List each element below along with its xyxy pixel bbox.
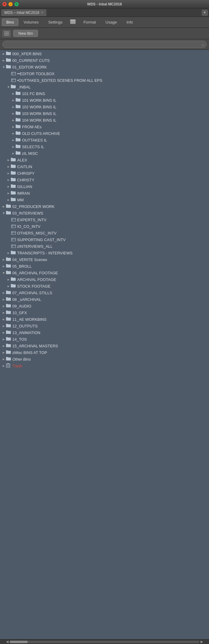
tab-usage[interactable]: Usage [101, 18, 121, 26]
tree-item-outtakes_edited[interactable]: •OUTTAKES_EDITED SCENES FROM ALL EPS [0, 77, 209, 84]
tree-item-09_audio[interactable]: ▶09_AUDIO [0, 303, 209, 309]
tree-item-101_work[interactable]: ▶101 WORK BINS IL [0, 97, 209, 104]
folder-icon [6, 350, 11, 355]
tree-item-103_work[interactable]: ▶103 WORK BINS IL [0, 110, 209, 117]
tree-item-02_producer[interactable]: ▶02_PRODUCER WORK [0, 203, 209, 210]
folder-icon [16, 98, 21, 103]
tab-icon[interactable] [67, 18, 78, 26]
tree-container[interactable]: ▶000_XFER BINS▶00_CURRENT CUTS▶01_EDITOR… [0, 50, 209, 639]
tree-item-label: STOCK FOOTAGE [17, 284, 51, 289]
minimize-button[interactable]: − [8, 2, 13, 6]
folder-icon [16, 104, 21, 109]
scroll-left-arrow[interactable]: ◀ [5, 640, 10, 644]
folder-icon [6, 310, 11, 315]
tree-item-christy[interactable]: ▶CHRISTY [0, 177, 209, 183]
doc-tab[interactable]: WDS – Inbal MC2018 ✕ [1, 9, 46, 16]
scroll-right-arrow[interactable]: ▶ [199, 640, 204, 644]
tree-item-gillian[interactable]: ▶GILLIAN [0, 183, 209, 190]
chevron-icon: ▶ [1, 331, 6, 334]
tree-item-14_tos[interactable]: ▶14_TOS [0, 336, 209, 343]
chevron-icon: ▶ [11, 99, 16, 102]
collapse-button[interactable] [2, 30, 11, 37]
tree-item-mm[interactable]: ▶MM [0, 196, 209, 203]
tree-item-selects_il[interactable]: ▶SELECTS IL [0, 143, 209, 150]
tree-item-07_stills[interactable]: ▶07_ARCHIVAL STILLS [0, 289, 209, 296]
chevron-icon: ▶ [6, 159, 11, 161]
tree-item-label: 14_TOS [12, 337, 27, 342]
tree-item-editor_toolbox[interactable]: ••EDITOR TOOLBOX [0, 70, 209, 77]
tab-settings[interactable]: Settings [44, 18, 67, 26]
tree-item-000_XFER[interactable]: ▶000_XFER BINS [0, 50, 209, 57]
close-button[interactable]: ✕ [2, 2, 7, 6]
tree-item-old_cuts[interactable]: ▶OLD CUTS ARCHIVE [0, 130, 209, 137]
tree-item-10_gfx[interactable]: ▶10_GFX [0, 309, 209, 316]
search-input[interactable] [2, 41, 207, 48]
tree-item-13_animation[interactable]: ▶13_ANIMATION [0, 329, 209, 336]
tree-item-08_sarchival[interactable]: ▶08 _sARCHIVAL [0, 296, 209, 303]
tree-item-05_broll[interactable]: ▶05_BROLL [0, 263, 209, 269]
tree-item-alex[interactable]: ▶ALEX [0, 157, 209, 163]
tree-item-outtakes_il[interactable]: ▶OUTTAKES IL [0, 137, 209, 143]
tree-item-_inbal[interactable]: ▶_INBAL [0, 84, 209, 90]
tree-item-zil_misc[interactable]: ▶zIL MISC [0, 150, 209, 157]
tree-item-others_misc[interactable]: OTHERS_MISC_INTV [0, 230, 209, 236]
tree-item-101_fc[interactable]: ▶101 FC BINS [0, 90, 209, 97]
tree-item-11_ae[interactable]: ▶11_AE WORKBINS [0, 316, 209, 323]
tree-item-15_archival_masters[interactable]: ▶15_ARCHIVAL MASTERS [0, 343, 209, 349]
tree-item-label: 04_VERITE Scenes [12, 257, 47, 262]
tree-item-zinterviews[interactable]: zINTERVIEWS_ALL [0, 243, 209, 250]
folder-icon [6, 257, 11, 262]
tree-item-from_aes[interactable]: ▶FROM AEs [0, 123, 209, 130]
folder-icon [16, 138, 21, 142]
tree-item-104_work[interactable]: ▶104 WORK BINS IL [0, 117, 209, 123]
folder-icon [16, 144, 21, 149]
tree-item-other_bins[interactable]: ▶Other Bins [0, 356, 209, 362]
tab-bins[interactable]: Bins [2, 18, 18, 26]
tree-item-chrispy[interactable]: ▶CHRISPY [0, 170, 209, 177]
chevron-icon: ▶ [11, 106, 16, 108]
chevron-icon: ▶ [11, 132, 16, 135]
tree-item-experts_intv[interactable]: EXPERTS_INTV [0, 216, 209, 223]
tree-item-label: _INBAL [17, 85, 31, 89]
tab-info[interactable]: Info [122, 18, 138, 26]
scrollbar-thumb[interactable] [10, 641, 28, 643]
doc-tab-label: WDS – Inbal MC2018 [4, 11, 39, 15]
chevron-icon: ▶ [1, 53, 6, 55]
tree-item-imran[interactable]: ▶IMRAN [0, 190, 209, 196]
tree-item-trash[interactable]: ▶Trash [0, 362, 209, 369]
folder-icon [11, 184, 16, 189]
tree-item-12_outputs[interactable]: ▶12_OUTPUTS [0, 323, 209, 329]
search-wrap: ⌕ [2, 41, 207, 48]
tree-item-label: IO_CO_INTV [17, 224, 40, 229]
chevron-icon: ▶ [11, 119, 16, 122]
tree-item-caitlin[interactable]: ▶CAITLIN [0, 163, 209, 170]
tab-volumes[interactable]: Volumes [19, 18, 43, 26]
toolbar: New Bin [0, 28, 209, 39]
tree-item-archival_footage[interactable]: ▶ARCHIVAL FOOTAGE [0, 276, 209, 283]
tree-item-01_EDITOR[interactable]: ▶01_EDITOR WORK [0, 64, 209, 70]
tree-item-label: SUPPORTING CAST_INTV [17, 238, 66, 242]
tab-dropdown[interactable]: ▾ [202, 10, 208, 16]
tree-item-supporting[interactable]: SUPPORTING CAST_INTV [0, 236, 209, 243]
tree-item-04_verite[interactable]: ▶04_VERITE Scenes [0, 256, 209, 263]
new-bin-button[interactable]: New Bin [13, 30, 38, 37]
folder-icon [6, 264, 11, 269]
tree-item-06_archival[interactable]: ▶06_ARCHIVAL FOOTAGE [0, 269, 209, 276]
tree-item-102_work[interactable]: ▶102 WORK BINS IL [0, 104, 209, 110]
tree-item-03_interviews[interactable]: ▶03_INTERVIEWS [0, 210, 209, 216]
tree-item-label: 02_PRODUCER WORK [12, 204, 55, 209]
tree-item-label: 10_GFX [12, 311, 27, 315]
tree-item-stock_footage[interactable]: ▶STOCK FOOTAGE [0, 283, 209, 289]
tree-item-00_CURRENT[interactable]: ▶00_CURRENT CUTS [0, 57, 209, 64]
svg-rect-0 [70, 20, 76, 21]
tree-item-transcripts[interactable]: ▶TRANSCRIPTS - INTERVIEWS [0, 250, 209, 256]
maximize-button[interactable]: + [14, 2, 19, 6]
tree-item-label: 101 WORK BINS IL [22, 98, 56, 103]
tree-item-label: 01_EDITOR WORK [12, 65, 47, 69]
scrollbar-track[interactable] [10, 641, 199, 643]
tab-format[interactable]: Format [79, 18, 100, 26]
tree-item-io_co_intv[interactable]: IO_CO_INTV [0, 223, 209, 230]
doc-tab-close[interactable]: ✕ [41, 11, 43, 14]
tree-item-zmisc[interactable]: ▶zMisc BINS AT TOP [0, 349, 209, 356]
chevron-icon: ▶ [6, 285, 11, 288]
